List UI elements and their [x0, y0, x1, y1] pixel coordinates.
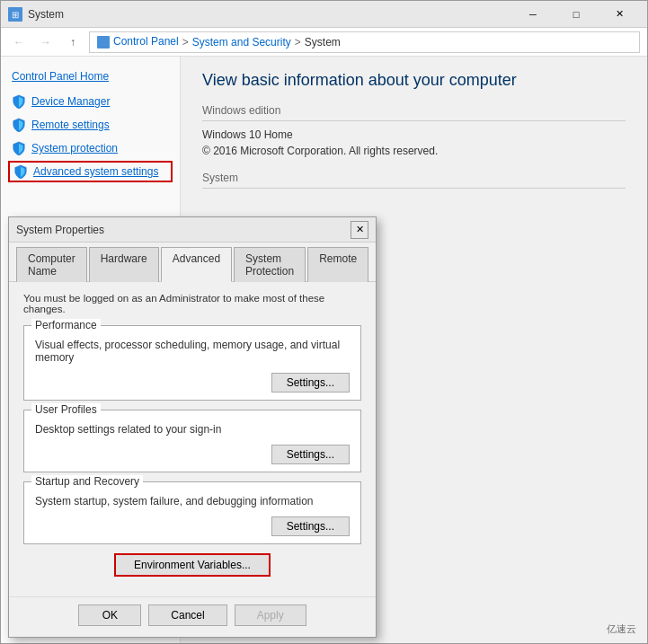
- system-section: System: [202, 172, 626, 189]
- tab-system-protection[interactable]: System Protection: [234, 247, 306, 282]
- tab-computer-name[interactable]: Computer Name: [16, 247, 87, 282]
- startup-recovery-group: Startup and Recovery System startup, sys…: [23, 481, 361, 544]
- breadcrumb: Control Panel > System and Security > Sy…: [89, 31, 640, 53]
- admin-notice: You must be logged on as an Administrato…: [23, 293, 361, 314]
- user-profiles-settings-button[interactable]: Settings...: [271, 445, 350, 464]
- maximize-button[interactable]: □: [555, 5, 597, 23]
- sidebar-item-remote-settings[interactable]: Remote settings: [8, 114, 173, 136]
- startup-recovery-desc: System startup, system failure, and debu…: [35, 495, 350, 507]
- window-title: System: [28, 8, 64, 21]
- watermark: 亿速云: [607, 622, 636, 636]
- window-controls: ─ □ ✕: [512, 5, 640, 23]
- device-manager-label: Device Manager: [31, 95, 110, 108]
- cancel-button[interactable]: Cancel: [148, 604, 226, 626]
- user-profiles-group: User Profiles Desktop settings related t…: [23, 410, 361, 472]
- remote-settings-label: Remote settings: [31, 119, 110, 131]
- copyright-text: © 2016 Microsoft Corporation. All rights…: [202, 145, 626, 157]
- main-window: ⊞ System ─ □ ✕ ← → ↑ Control Panel > Sys…: [0, 0, 648, 644]
- startup-recovery-group-title: Startup and Recovery: [31, 475, 143, 488]
- sidebar-item-advanced-settings[interactable]: Advanced system settings: [8, 161, 173, 182]
- svg-text:⊞: ⊞: [12, 10, 19, 20]
- sidebar-item-device-manager[interactable]: Device Manager: [8, 91, 173, 112]
- breadcrumb-control-panel[interactable]: Control Panel: [97, 35, 179, 49]
- dialog-title: System Properties: [16, 224, 351, 236]
- up-button[interactable]: ↑: [62, 31, 84, 53]
- system-properties-dialog: System Properties ✕ Computer Name Hardwa…: [8, 216, 377, 638]
- section-divider-2: [202, 188, 626, 189]
- ok-button[interactable]: OK: [78, 604, 141, 626]
- shield-icon-remote-settings: [12, 118, 26, 132]
- sidebar-item-system-protection[interactable]: System protection: [8, 137, 173, 159]
- windows-edition-label: Windows edition: [202, 104, 626, 117]
- control-panel-home-link[interactable]: Control Panel Home: [8, 67, 173, 85]
- title-bar: ⊞ System ─ □ ✕: [1, 1, 647, 28]
- forward-button[interactable]: →: [35, 31, 57, 53]
- page-title: View basic information about your comput…: [202, 71, 626, 90]
- dialog-title-bar: System Properties ✕: [9, 217, 376, 243]
- minimize-button[interactable]: ─: [512, 5, 554, 23]
- apply-button[interactable]: Apply: [235, 604, 306, 626]
- section-divider-1: [202, 120, 626, 121]
- performance-group: Performance Visual effects, processor sc…: [23, 325, 361, 401]
- performance-settings-button[interactable]: Settings...: [271, 373, 350, 393]
- svg-rect-2: [97, 36, 110, 49]
- tabs-container: Computer Name Hardware Advanced System P…: [9, 243, 376, 282]
- address-bar: ← → ↑ Control Panel > System and Securit…: [1, 28, 647, 57]
- system-protection-label: System protection: [31, 142, 118, 154]
- dialog-footer: OK Cancel Apply: [9, 596, 376, 637]
- user-profiles-group-title: User Profiles: [31, 403, 101, 416]
- performance-group-title: Performance: [31, 319, 101, 331]
- environment-variables-button[interactable]: Environment Variables...: [114, 553, 271, 577]
- close-button[interactable]: ✕: [599, 5, 640, 23]
- shield-icon-system-protection: [12, 141, 26, 155]
- breadcrumb-system: System: [305, 36, 341, 49]
- shield-icon-device-manager: [12, 94, 26, 109]
- windows-edition-section: Windows edition Windows 10 Home © 2016 M…: [202, 104, 626, 157]
- env-btn-container: Environment Variables...: [23, 553, 361, 577]
- dialog-close-button[interactable]: ✕: [351, 221, 368, 239]
- advanced-settings-label: Advanced system settings: [33, 165, 158, 178]
- shield-icon-advanced-settings: [13, 164, 28, 179]
- breadcrumb-system-security[interactable]: System and Security: [192, 36, 291, 49]
- startup-recovery-settings-button[interactable]: Settings...: [271, 516, 350, 536]
- back-button[interactable]: ←: [8, 31, 30, 53]
- tab-hardware[interactable]: Hardware: [89, 247, 159, 282]
- system-section-label: System: [202, 172, 626, 184]
- window-icon: ⊞: [8, 7, 22, 22]
- tab-advanced[interactable]: Advanced: [161, 247, 232, 282]
- windows-edition-value: Windows 10 Home: [202, 128, 626, 141]
- user-profiles-desc: Desktop settings related to your sign-in: [35, 423, 350, 436]
- tab-remote[interactable]: Remote: [307, 247, 368, 282]
- dialog-body: You must be logged on as an Administrato…: [9, 282, 376, 596]
- performance-desc: Visual effects, processor scheduling, me…: [35, 339, 350, 364]
